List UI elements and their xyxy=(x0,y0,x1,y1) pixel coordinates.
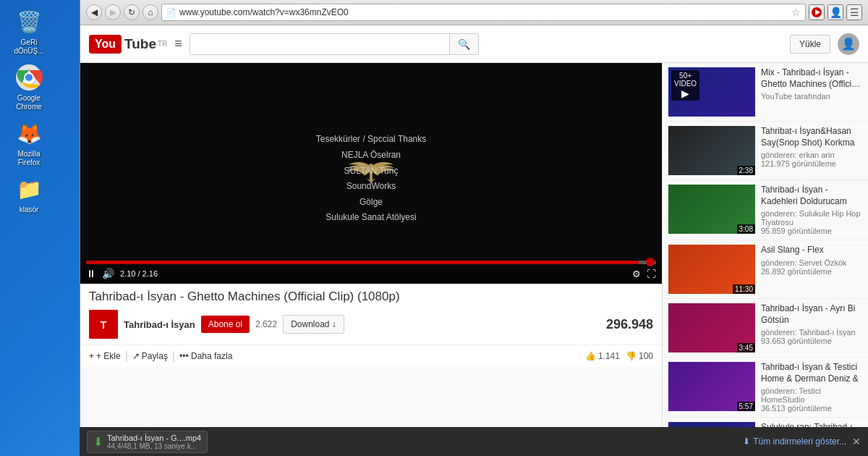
play-pause-button[interactable]: ⏸ xyxy=(86,268,96,279)
desktop: 🗑️ GeRidÖnÜŞ... GoogleChrome 🦊 MozillaFi… xyxy=(0,0,868,456)
sidebar-video-item[interactable]: 3:45Tahribad-ı İsyan - Ayrı Bi Götsüngön… xyxy=(663,299,868,358)
video-duration: 11:30 xyxy=(733,284,755,294)
share-label: Paylaş xyxy=(142,351,168,361)
time-current: 2.10 xyxy=(120,269,135,278)
download-bar-close-button[interactable]: ✕ xyxy=(852,436,861,447)
dislike-count: 100 xyxy=(639,351,653,361)
subscriber-count: 2.622 xyxy=(255,319,277,329)
yt-header: You Tube TR ≡ 🔍 Yükle 👤 xyxy=(80,25,868,63)
sidebar-item-info: Tahribad-ı İsyan & Testici Home & Derman… xyxy=(761,362,862,413)
sidebar-item-info: Tahribad-ı İsyan - Kadehleri Doldurucamg… xyxy=(761,185,862,235)
more-link[interactable]: ••• Daha fazla xyxy=(179,351,232,361)
sidebar-item-title: Tahribad-ı İsyan & Testici Home & Derman… xyxy=(761,362,862,384)
time-display: 2.10 / 2.16 xyxy=(120,269,158,278)
home-button[interactable]: ⌂ xyxy=(142,4,158,20)
sidebar-thumb: 50+VIDEO▶ xyxy=(668,67,755,117)
like-button[interactable]: 👍 1.141 xyxy=(585,351,620,361)
sidebar-item-info: Mix - Tahribad-ı İsyan - Ghetto Machines… xyxy=(761,67,862,117)
sidebar-video-item[interactable]: 3:08Tahribad-ı İsyan - Kadehleri Dolduru… xyxy=(663,180,868,240)
recycle-bin-label: GeRidÖnÜŞ... xyxy=(14,38,43,56)
address-bar-container[interactable]: 📄 www.youtube.com/watch?v=wx36mnZvEO0 ☆ xyxy=(161,4,806,21)
like-count: 1.141 xyxy=(598,351,620,361)
chrome-icon xyxy=(14,63,43,92)
youtube-logo-you: You xyxy=(95,38,116,50)
svg-text:T: T xyxy=(101,319,107,331)
sidebar-item-recycle-bin[interactable]: 🗑️ GeRidÖnÜŞ... xyxy=(7,7,51,56)
sidebar-item-meta: gönderen: Tahribad-ı İsyan93.663 görüntü… xyxy=(761,328,862,345)
action-links: + + Ekle | ↗ Paylaş | ••• Daha fazla xyxy=(80,345,662,367)
channel-name[interactable]: Tahribad-ı İsyan xyxy=(124,319,195,330)
menu-button[interactable]: ☰ xyxy=(846,4,862,20)
browser-window: ◀ ▶ ↻ ⌂ 📄 www.youtube.com/watch?v=wx36mn… xyxy=(80,0,868,456)
forward-button[interactable]: ▶ xyxy=(105,4,121,20)
sidebar-thumb: 3:45 xyxy=(668,303,755,352)
credit-line-4: SoundWorks xyxy=(316,179,427,195)
yt-search-container: 🔍 xyxy=(190,33,479,55)
share-link[interactable]: ↗ Paylaş xyxy=(132,351,168,361)
add-link[interactable]: + + Ekle xyxy=(89,351,121,361)
show-all-downloads-link[interactable]: ⬇ Tüm indirmeleri göster... xyxy=(743,436,846,447)
sidebar-video-item[interactable]: 11:30Asil Slang - Flexgönderen: Servet Ö… xyxy=(663,240,868,299)
show-all-label: Tüm indirmeleri göster... xyxy=(753,436,846,447)
video-content: Tesekkürler / Spccial Thanks NEJLA Öselr… xyxy=(80,63,662,284)
yt-user-avatar[interactable]: 👤 xyxy=(838,33,859,55)
progress-bar[interactable] xyxy=(86,261,656,264)
bookmark-icon[interactable]: ☆ xyxy=(791,7,801,18)
credit-line-3: SULTAN Tunç xyxy=(316,164,427,180)
plus-icon: + xyxy=(89,351,94,361)
volume-button[interactable]: 🔊 xyxy=(102,268,114,279)
like-section: 👍 1.141 👎 100 xyxy=(585,351,653,361)
yt-search-button[interactable]: 🔍 xyxy=(449,34,478,54)
download-button[interactable]: Download ↓ xyxy=(283,315,344,334)
yt-upload-button[interactable]: Yükle xyxy=(790,35,830,54)
sidebar-video-item[interactable]: 5:57Tahribad-ı İsyan & Testici Home & De… xyxy=(663,358,868,418)
video-player[interactable]: Tesekkürler / Spccial Thanks NEJLA Öselr… xyxy=(80,63,662,284)
sidebar-item-chrome[interactable]: GoogleChrome xyxy=(7,63,51,111)
sidebar-item-meta: gönderen: Servet Özkök26.892 görüntüleme xyxy=(761,258,862,276)
yt-header-right: Yükle 👤 xyxy=(790,33,859,55)
sep-2: | xyxy=(172,350,175,363)
progress-dot xyxy=(646,258,655,266)
channel-info: Tahribad-ı İsyan xyxy=(124,319,195,330)
controls-row: ⏸ 🔊 2.10 / 2.16 ⚙ ⛶ xyxy=(86,268,656,279)
credit-line-2: NEJLA Öselran xyxy=(316,148,427,164)
user-account-button[interactable]: 👤 xyxy=(827,4,843,20)
video-actions-row: T Tahribad-ı İsyan Abone ol 2.622 Downlo… xyxy=(89,310,653,339)
dislike-button[interactable]: 👎 100 xyxy=(626,351,653,361)
download-item[interactable]: ⬇ Tahribad-ı İsyan - G....mp4 44,4/48,1 … xyxy=(87,431,208,453)
yt-search-input[interactable] xyxy=(190,34,449,54)
download-item-name: Tahribad-ı İsyan - G....mp4 xyxy=(107,434,201,442)
browser-chrome: ◀ ▶ ↻ ⌂ 📄 www.youtube.com/watch?v=wx36mn… xyxy=(80,0,868,25)
sidebar-item-folder[interactable]: 📁 klasör xyxy=(7,174,51,214)
sidebar-video-item[interactable]: 50+VIDEO▶Mix - Tahribad-ı İsyan - Ghetto… xyxy=(663,63,868,122)
youtube-logo[interactable]: You Tube TR xyxy=(89,35,167,54)
sidebar-thumb: 11:30 xyxy=(668,245,755,294)
folder-icon: 📁 xyxy=(14,174,43,203)
back-button[interactable]: ◀ xyxy=(86,4,102,20)
sidebar-item-title: Tahribad-ı İsyan - Ayrı Bi Götsün xyxy=(761,303,862,326)
fullscreen-button[interactable]: ⛶ xyxy=(647,269,656,279)
yt-icon-button[interactable] xyxy=(809,4,825,20)
page-icon: 📄 xyxy=(166,8,176,17)
video-title: Tahribad-ı İsyan - Ghetto Machines (Offi… xyxy=(89,290,653,304)
desktop-icons-area: 🗑️ GeRidÖnÜŞ... GoogleChrome 🦊 MozillaFi… xyxy=(0,0,58,221)
refresh-button[interactable]: ↻ xyxy=(124,4,140,20)
download-item-progress: 44,4/48,1 MB, 13 saniye k... xyxy=(107,442,201,450)
credit-line-5: Gölge xyxy=(316,195,427,211)
sidebar-video-item[interactable]: 2:38Tahribat-ı İsyan&Hasan Say(Snop Shot… xyxy=(663,122,868,180)
sidebar-item-meta: gönderen: Testici HomeStudio36.513 görün… xyxy=(761,387,862,413)
sidebar-item-meta: gönderen: Sulukule Hip Hop Tiyatrosu95.8… xyxy=(761,209,862,235)
subscribe-button[interactable]: Abone ol xyxy=(201,316,250,333)
address-text: www.youtube.com/watch?v=wx36mnZvEO0 xyxy=(179,7,791,17)
view-count: 296.948 xyxy=(606,317,653,332)
sidebar-item-meta: gönderen: erkan arin121.975 görüntüleme xyxy=(761,151,862,168)
youtube-content: You Tube TR ≡ 🔍 Yükle 👤 xyxy=(80,25,868,456)
sidebar-thumb: 5:57 xyxy=(668,362,755,411)
sidebar-item-firefox[interactable]: 🦊 MozillaFirefox xyxy=(7,119,51,167)
video-duration: 3:08 xyxy=(737,224,755,234)
settings-button[interactable]: ⚙ xyxy=(632,269,641,279)
yt-menu-icon[interactable]: ≡ xyxy=(174,36,182,51)
credit-line-1: Tesekkürler / Spccial Thanks xyxy=(316,132,427,148)
sidebar-thumb: 2:38 xyxy=(668,126,755,175)
nav-bar: ◀ ▶ ↻ ⌂ 📄 www.youtube.com/watch?v=wx36mn… xyxy=(80,0,868,25)
